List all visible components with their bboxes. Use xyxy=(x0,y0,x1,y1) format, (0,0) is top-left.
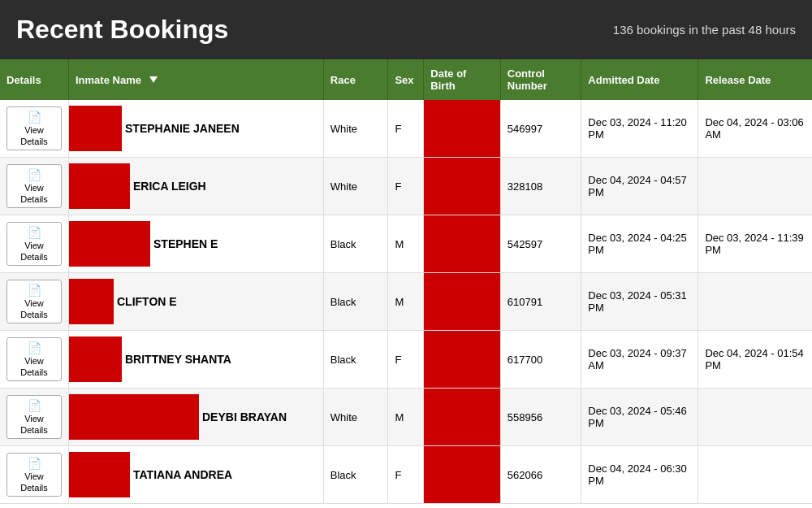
race-cell: Black xyxy=(323,331,388,389)
details-label: Details xyxy=(20,137,48,146)
dob-cell xyxy=(424,100,500,158)
race-cell: Black xyxy=(323,446,388,504)
view-details-button[interactable]: 📄 View Details xyxy=(6,453,62,497)
red-indicator xyxy=(69,394,199,440)
table-row: 📄 View Details STEPHEN E BlackM542597Dec… xyxy=(0,215,812,273)
view-label: View xyxy=(24,298,44,308)
sex-cell: M xyxy=(388,273,424,331)
sort-arrow-icon[interactable] xyxy=(149,76,158,83)
inmate-name-cell: DEYBI BRAYAN xyxy=(69,389,324,446)
admitted-date-cell: Dec 03, 2024 - 04:25 PM xyxy=(581,215,698,273)
table-row: 📄 View Details BRITTNEY SHANTA BlackF617… xyxy=(0,331,812,389)
control-number-cell: 542597 xyxy=(500,215,581,273)
control-number-cell: 617700 xyxy=(500,331,581,389)
document-icon: 📄 xyxy=(28,226,41,239)
details-label: Details xyxy=(20,310,48,319)
inmate-name-cell: ERICA LEIGH xyxy=(69,158,324,215)
release-date-cell xyxy=(698,389,812,446)
col-details: Details xyxy=(0,59,69,100)
document-icon: 📄 xyxy=(28,457,41,470)
details-cell: 📄 View Details xyxy=(0,389,69,446)
inmate-name: STEPHEN E xyxy=(150,237,218,250)
release-date-cell: Dec 04, 2024 - 03:06 AM xyxy=(698,100,812,158)
inmate-name: BRITTNEY SHANTA xyxy=(122,353,231,366)
view-details-button[interactable]: 📄 View Details xyxy=(6,395,62,439)
race-cell: White xyxy=(323,158,388,215)
inmate-name-cell: STEPHEN E xyxy=(69,215,324,273)
release-date-cell: Dec 03, 2024 - 11:39 PM xyxy=(698,215,812,273)
details-label: Details xyxy=(20,367,48,377)
sex-cell: F xyxy=(388,158,424,215)
bookings-table: Details Inmate Name Race Sex Date of Bir… xyxy=(0,59,812,504)
view-details-button[interactable]: 📄 View Details xyxy=(6,164,62,208)
table-row: 📄 View Details DEYBI BRAYAN WhiteM558956… xyxy=(0,389,812,446)
control-number-cell: 562066 xyxy=(500,446,581,504)
table-row: 📄 View Details CLIFTON E BlackM610791Dec… xyxy=(0,273,812,331)
race-cell: Black xyxy=(323,215,388,273)
control-number-cell: 610791 xyxy=(500,273,581,331)
details-label: Details xyxy=(20,483,48,493)
race-cell: White xyxy=(323,389,388,446)
admitted-date-cell: Dec 03, 2024 - 09:37 AM xyxy=(581,331,698,389)
details-cell: 📄 View Details xyxy=(0,273,69,331)
col-admitted-date: Admitted Date xyxy=(581,59,698,100)
red-indicator xyxy=(69,163,130,209)
view-details-button[interactable]: 📄 View Details xyxy=(6,280,62,323)
col-race: Race xyxy=(323,59,388,100)
race-cell: Black xyxy=(323,273,388,331)
view-label: View xyxy=(24,183,44,193)
sex-cell: M xyxy=(388,389,424,446)
table-row: 📄 View Details TATIANA ANDREA BlackF5620… xyxy=(0,446,812,504)
release-date-cell: Dec 04, 2024 - 01:54 PM xyxy=(698,331,812,389)
details-cell: 📄 View Details xyxy=(0,331,69,389)
sex-cell: F xyxy=(388,100,424,158)
document-icon: 📄 xyxy=(28,168,41,181)
admitted-date-cell: Dec 04, 2024 - 04:57 PM xyxy=(581,158,698,215)
details-label: Details xyxy=(20,425,48,435)
admitted-date-cell: Dec 04, 2024 - 06:30 PM xyxy=(581,446,698,504)
red-indicator xyxy=(69,336,122,382)
col-release-date: Release Date xyxy=(698,59,812,100)
bookings-count: 136 bookings in the past 48 hours xyxy=(613,23,796,37)
red-indicator xyxy=(69,279,114,324)
page-header: Recent Bookings 136 bookings in the past… xyxy=(0,0,812,59)
dob-cell xyxy=(424,158,500,215)
admitted-date-cell: Dec 03, 2024 - 11:20 PM xyxy=(581,100,698,158)
page-title: Recent Bookings xyxy=(16,15,228,45)
view-label: View xyxy=(24,414,44,423)
inmate-name: TATIANA ANDREA xyxy=(130,468,232,481)
view-details-button[interactable]: 📄 View Details xyxy=(6,106,62,150)
view-details-button[interactable]: 📄 View Details xyxy=(6,337,62,381)
inmate-name: CLIFTON E xyxy=(114,295,177,308)
dob-cell xyxy=(424,389,500,446)
view-label: View xyxy=(24,471,44,481)
sex-cell: M xyxy=(388,215,424,273)
control-number-cell: 546997 xyxy=(500,100,581,158)
details-cell: 📄 View Details xyxy=(0,215,69,273)
inmate-name-cell: CLIFTON E xyxy=(69,273,324,331)
details-label: Details xyxy=(20,252,48,262)
view-label: View xyxy=(24,241,44,250)
inmate-name-cell: TATIANA ANDREA xyxy=(69,446,324,504)
col-sex: Sex xyxy=(388,59,424,100)
view-label: View xyxy=(24,125,44,135)
inmate-name: STEPHANIE JANEEN xyxy=(122,122,240,135)
race-cell: White xyxy=(323,100,388,158)
table-header-row: Details Inmate Name Race Sex Date of Bir… xyxy=(0,59,812,100)
view-details-button[interactable]: 📄 View Details xyxy=(6,222,62,266)
details-cell: 📄 View Details xyxy=(0,100,69,158)
table-row: 📄 View Details STEPHANIE JANEEN WhiteF54… xyxy=(0,100,812,158)
release-date-cell xyxy=(698,273,812,331)
document-icon: 📄 xyxy=(28,399,41,412)
dob-cell xyxy=(424,446,500,504)
col-control-number: Control Number xyxy=(500,59,581,100)
dob-cell xyxy=(424,273,500,331)
inmate-name: ERICA LEIGH xyxy=(130,180,206,193)
release-date-cell xyxy=(698,446,812,504)
dob-cell xyxy=(424,215,500,273)
details-cell: 📄 View Details xyxy=(0,446,69,504)
document-icon: 📄 xyxy=(28,111,41,124)
red-indicator xyxy=(69,106,122,151)
admitted-date-cell: Dec 03, 2024 - 05:46 PM xyxy=(581,389,698,446)
details-label: Details xyxy=(20,194,48,204)
